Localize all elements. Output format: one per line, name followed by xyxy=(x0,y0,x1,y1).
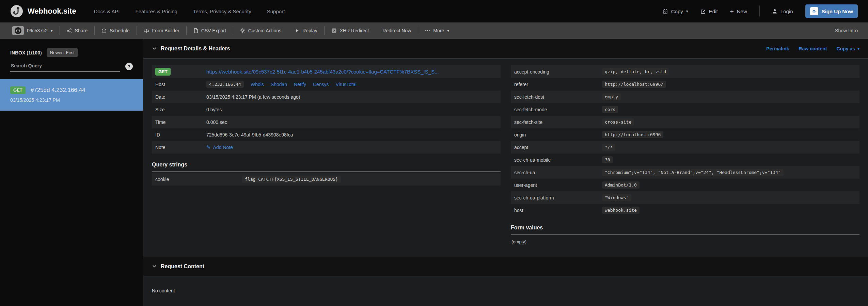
play-icon xyxy=(295,28,299,33)
details-section-header: Request Details & Headers Permalink Raw … xyxy=(143,39,868,59)
table-row: accept-encodinggzip, deflate, br, zstd xyxy=(511,65,859,78)
new-button[interactable]: + New xyxy=(730,8,747,15)
header-value: ?0 xyxy=(602,156,856,163)
app-body: INBOX (1/100) Newest First ? GET #725dd … xyxy=(0,39,868,306)
raw-content-link[interactable]: Raw content xyxy=(799,46,827,51)
header-key: accept-encoding xyxy=(514,69,602,75)
inbox-label: INBOX (1/100) xyxy=(10,50,42,55)
form-builder-button[interactable]: Form Builder xyxy=(137,28,186,33)
chevron-down-icon xyxy=(152,264,157,269)
replay-button[interactable]: Replay xyxy=(288,28,324,33)
table-row: Time0.000 sec xyxy=(152,116,501,128)
content-section-toggle[interactable]: Request Content xyxy=(152,263,204,270)
row-value-text: 03/15/2025 4:23:17 PM (a few seconds ago… xyxy=(206,94,300,100)
nav-link-docs-api[interactable]: Docs & API xyxy=(94,9,120,14)
host-lookup-link-netify[interactable]: Netify xyxy=(294,82,306,87)
row-label: Date xyxy=(155,94,206,100)
file-icon xyxy=(193,28,198,33)
request-item-title: #725dd 4.232.166.44 xyxy=(31,87,85,94)
copy-as-menu[interactable]: Copy as ▾ xyxy=(837,46,860,51)
request-list-item-selected[interactable]: GET #725dd 4.232.166.44 03/15/2025 4:23:… xyxy=(0,79,143,111)
pencil-square-icon xyxy=(700,9,706,14)
share-label: Share xyxy=(75,28,88,33)
box-arrow-icon xyxy=(331,28,337,33)
header-value: AdminBot/1.0 xyxy=(602,181,856,189)
chevron-down-icon: ▾ xyxy=(857,47,859,51)
help-icon[interactable]: ? xyxy=(125,63,133,70)
header-value-chip: http://localhost:6996/ xyxy=(602,81,666,88)
row-label: ID xyxy=(155,132,206,138)
clock-icon xyxy=(101,28,107,33)
schedule-button[interactable]: Schedule xyxy=(95,28,136,33)
host-lookup-link-censys[interactable]: Censys xyxy=(313,82,329,87)
host-lookup-link-shodan[interactable]: Shodan xyxy=(271,82,287,87)
top-navbar: Webhook.site Docs & APIFeatures & Pricin… xyxy=(0,0,868,22)
sign-up-button[interactable]: Sign Up Now xyxy=(805,4,858,18)
brand[interactable]: Webhook.site xyxy=(10,5,76,18)
host-lookup-link-virustotal[interactable]: VirusTotal xyxy=(336,82,357,87)
query-strings-table: cookieflag=CATCTF{XSS_IS_STILL_DANGEROUS… xyxy=(152,173,501,186)
redirect-now-button[interactable]: Redirect Now xyxy=(376,28,418,33)
sign-up-label: Sign Up Now xyxy=(822,9,853,14)
row-label: Host xyxy=(155,82,206,87)
token-pill xyxy=(12,26,24,35)
table-row: refererhttp://localhost:6996/ xyxy=(511,78,859,91)
search-input[interactable] xyxy=(10,61,120,72)
token-selector[interactable]: 09c537c2 ▾ xyxy=(5,26,60,35)
header-key: referer xyxy=(514,82,602,87)
header-key: sec-ch-ua-mobile xyxy=(514,157,602,163)
share-icon xyxy=(67,28,72,33)
table-row: accept*/* xyxy=(511,141,859,154)
sort-order-badge[interactable]: Newest First xyxy=(47,48,78,57)
row-value-text: 0.000 sec xyxy=(206,119,227,125)
host-lookup-link-whois[interactable]: Whois xyxy=(251,82,264,87)
row-value: 0 bytes xyxy=(206,107,497,112)
share-button[interactable]: Share xyxy=(60,28,94,33)
ellipsis-icon xyxy=(425,30,430,32)
copy-menu-button[interactable]: Copy ▾ xyxy=(663,9,688,14)
form-values-section: Form values (empty) xyxy=(511,225,859,248)
nav-link-support[interactable]: Support xyxy=(267,9,285,14)
xhr-redirect-button[interactable]: XHR Redirect xyxy=(325,28,376,33)
header-value: "Windows" xyxy=(602,194,856,201)
copy-label: Copy xyxy=(671,9,683,14)
table-row: sec-ch-ua-mobile?0 xyxy=(511,154,859,166)
nav-link-terms-privacy-security[interactable]: Terms, Privacy & Security xyxy=(193,9,251,14)
row-value-text: 725dd896-3e7c-49af-9fb5-d43908e98fca xyxy=(206,132,293,138)
header-value-chip: "Windows" xyxy=(602,194,631,201)
add-note-link[interactable]: ✎Add Note xyxy=(206,144,233,150)
table-row: originhttp://localhost:6996 xyxy=(511,128,859,141)
query-strings-section: Query strings cookieflag=CATCTF{XSS_IS_S… xyxy=(152,162,501,186)
edit-label: Edit xyxy=(709,9,718,14)
login-button[interactable]: Login xyxy=(772,9,793,14)
token-label: 09c537c2 xyxy=(27,28,48,33)
person-icon xyxy=(772,9,777,14)
edit-button[interactable]: Edit xyxy=(700,9,718,14)
details-section-body: GEThttps://webhook.site/09c537c2-5f1c-4a… xyxy=(143,59,868,257)
more-menu-button[interactable]: More ▾ xyxy=(418,28,456,33)
header-value: webhook.site xyxy=(602,207,856,214)
nav-link-features-pricing[interactable]: Features & Pricing xyxy=(136,9,177,14)
main-panel: Request Details & Headers Permalink Raw … xyxy=(143,39,868,306)
row-value: 4.232.166.44WhoisShodanNetifyCensysVirus… xyxy=(206,81,497,88)
input-cursor-icon xyxy=(144,28,149,33)
details-section-toggle[interactable]: Request Details & Headers xyxy=(152,46,230,52)
show-intro-link[interactable]: Show Intro xyxy=(835,28,863,33)
request-details-table: GEThttps://webhook.site/09c537c2-5f1c-4a… xyxy=(152,65,501,154)
csv-export-button[interactable]: CSV Export xyxy=(187,28,233,33)
header-value: empty xyxy=(602,93,856,100)
header-key: user-agent xyxy=(514,182,602,188)
request-url-link[interactable]: https://webhook.site/09c537c2-5f1c-4ae1-… xyxy=(206,69,439,75)
permalink-link[interactable]: Permalink xyxy=(766,46,789,51)
query-key: cookie xyxy=(155,177,242,182)
table-row: ID725dd896-3e7c-49af-9fb5-d43908e98fca xyxy=(152,128,501,141)
table-row: cookieflag=CATCTF{XSS_IS_STILL_DANGEROUS… xyxy=(152,173,501,186)
clock-icon xyxy=(15,27,21,34)
row-value: 725dd896-3e7c-49af-9fb5-d43908e98fca xyxy=(206,132,497,138)
custom-actions-label: Custom Actions xyxy=(248,28,281,33)
header-value: */* xyxy=(602,144,856,151)
form-builder-label: Form Builder xyxy=(152,28,179,33)
clipboard-icon xyxy=(663,9,668,14)
custom-actions-button[interactable]: Custom Actions xyxy=(233,28,288,33)
gear-icon xyxy=(240,28,245,33)
